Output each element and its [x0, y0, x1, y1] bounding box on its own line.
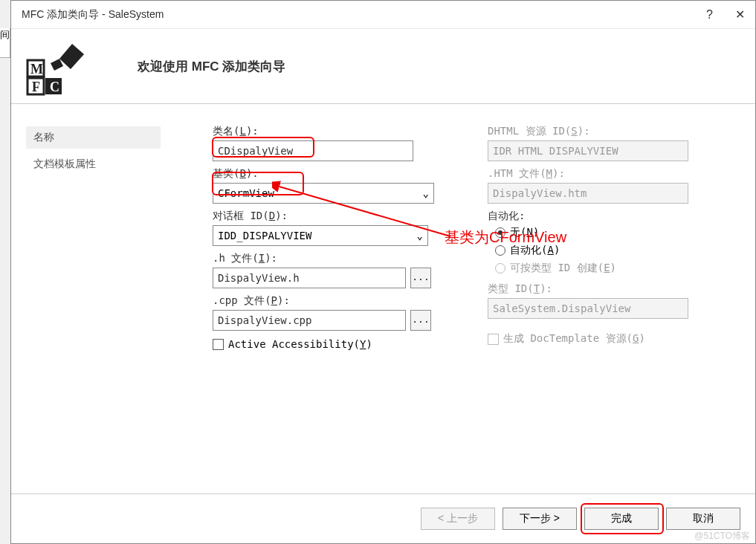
h-file-input[interactable] [213, 268, 406, 288]
dialog-id-combo[interactable]: IDD_DISPALYVIEW ⌄ [213, 225, 428, 246]
gen-doctemplate-checkbox: 生成 DocTemplate 资源(G) [488, 332, 740, 346]
chevron-down-icon: ⌄ [423, 187, 429, 199]
dialog-id-value: IDD_DISPALYVIEW [218, 230, 311, 242]
radio-icon [495, 245, 505, 256]
sidebar: 名称 文档模板属性 [11, 104, 175, 493]
checkbox-icon [213, 339, 224, 350]
right-column: DHTML 资源 ID(S): .HTM 文件(M): 自动化: 无(N) [488, 125, 740, 486]
type-id-label: 类型 ID(T): [488, 282, 740, 296]
cpp-file-browse-button[interactable]: ... [410, 310, 431, 331]
help-icon[interactable]: ? [706, 8, 713, 22]
dialog-window: MFC 添加类向导 - SaleSystem ? ✕ M F C 欢迎使用 MF… [10, 0, 756, 544]
htm-file-input [488, 183, 688, 204]
svg-text:F: F [32, 80, 40, 94]
body: 名称 文档模板属性 类名(L): 基类(B): CFormView ⌄ 对话框 … [11, 103, 755, 494]
radio-none-label: 无(N) [510, 226, 539, 239]
cpp-file-input[interactable] [213, 310, 406, 331]
dialog-id-label: 对话框 ID(D): [213, 210, 450, 223]
close-icon[interactable]: ✕ [735, 7, 745, 22]
content: 类名(L): 基类(B): CFormView ⌄ 对话框 ID(D): IDD… [175, 104, 755, 493]
cancel-button[interactable]: 取消 [666, 508, 740, 530]
radio-automation[interactable]: 自动化(A) [495, 244, 740, 257]
radio-icon [495, 263, 505, 273]
radio-typeid: 可按类型 ID 创建(E) [495, 262, 740, 275]
h-file-browse-button[interactable]: ... [410, 268, 431, 288]
chevron-down-icon: ⌄ [417, 230, 423, 242]
sidebar-item-name[interactable]: 名称 [26, 126, 161, 149]
next-button[interactable]: 下一步 > [503, 508, 577, 530]
type-id-input [488, 298, 688, 319]
finish-button[interactable]: 完成 [584, 508, 659, 530]
h-file-label: .h 文件(I): [213, 252, 450, 265]
class-name-label: 类名(L): [213, 125, 450, 138]
gen-doctemplate-label: 生成 DocTemplate 资源(G) [503, 332, 645, 346]
cpp-file-label: .cpp 文件(P): [213, 294, 450, 308]
radio-automation-label: 自动化(A) [510, 244, 560, 257]
left-column: 类名(L): 基类(B): CFormView ⌄ 对话框 ID(D): IDD… [213, 125, 450, 486]
left-handle: 间 [0, 28, 10, 58]
base-class-value: CFormView [218, 187, 274, 199]
welcome-title: 欢迎使用 MFC 添加类向导 [138, 58, 285, 75]
prev-button: < 上一步 [421, 508, 495, 530]
svg-text:M: M [30, 62, 43, 77]
dhtml-res-label: DHTML 资源 ID(S): [488, 125, 740, 138]
accessibility-label: Active Accessibility(Y) [228, 338, 372, 350]
radio-icon [495, 227, 505, 238]
radio-typeid-label: 可按类型 ID 创建(E) [510, 262, 616, 275]
radio-none[interactable]: 无(N) [495, 226, 740, 239]
base-class-label: 基类(B): [213, 167, 450, 181]
class-name-input[interactable] [213, 140, 413, 161]
footer: < 上一步 下一步 > 完成 取消 [11, 494, 755, 543]
header: M F C 欢迎使用 MFC 添加类向导 [11, 29, 755, 103]
checkbox-icon [488, 334, 499, 345]
watermark: @51CTO博客 [694, 530, 750, 543]
base-class-combo[interactable]: CFormView ⌄ [213, 183, 434, 204]
svg-text:C: C [50, 80, 59, 94]
mfc-logo: M F C [26, 36, 93, 96]
accessibility-checkbox[interactable]: Active Accessibility(Y) [213, 338, 450, 350]
htm-file-label: .HTM 文件(M): [488, 167, 740, 181]
automation-label: 自动化: [488, 210, 740, 223]
titlebar: MFC 添加类向导 - SaleSystem ? ✕ [11, 1, 755, 29]
dhtml-res-input [488, 140, 688, 161]
sidebar-item-doctemplate[interactable]: 文档模板属性 [26, 153, 161, 175]
window-title: MFC 添加类向导 - SaleSystem [22, 8, 706, 22]
